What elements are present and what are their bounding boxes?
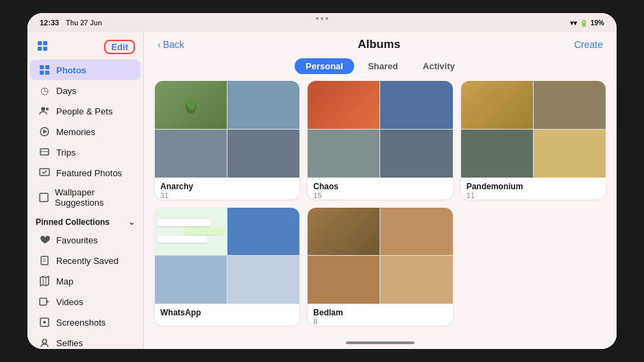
thumb-cell [155,208,227,256]
sidebar-item-videos[interactable]: Videos [30,291,140,312]
svg-point-9 [46,108,49,110]
svg-rect-1 [43,41,47,45]
albums-grid: Anarchy 31 Chaos 15 [144,81,617,337]
sidebar: Edit Photos ◷ Days [27,32,144,349]
back-label: Back [163,39,184,50]
anarchy-name: Anarchy [160,182,294,191]
pinned-collections-header: Pinned Collections ⌄ [27,212,143,230]
status-bar: 12:33 Thu 27 Jun ▾▾ 🔋 19% [27,13,617,32]
sidebar-top-bar: Edit [27,36,143,60]
thumb-cell [380,130,452,178]
sidebar-item-screenshots[interactable]: Screenshots [30,312,140,333]
album-card-whatsapp[interactable]: WhatsApp [155,208,299,326]
whatsapp-info: WhatsApp [155,304,299,322]
sidebar-item-people-pets[interactable]: People & Pets [30,101,140,121]
svg-rect-0 [38,41,42,45]
battery-percent: 19% [591,19,604,27]
trips-icon [38,146,51,158]
thumb-cell [461,130,533,178]
videos-label: Videos [56,297,84,307]
albums-title: Albums [358,38,400,51]
tabs-bar: Personal Shared Activity [144,56,617,81]
thumb-cell [227,256,299,304]
svg-point-8 [41,107,45,111]
svg-rect-7 [45,71,49,75]
thumb-cell [308,130,380,178]
tab-shared[interactable]: Shared [357,58,409,74]
sidebar-item-featured[interactable]: Featured Photos [30,162,140,183]
wifi-icon: ▾▾ [570,19,577,27]
screenshots-label: Screenshots [56,317,106,328]
favourites-icon [38,234,51,246]
sidebar-item-map[interactable]: Map [30,271,140,291]
thumb-cell [461,81,533,129]
days-icon: ◷ [38,84,51,97]
svg-marker-11 [43,130,47,134]
thumb-cell [227,130,299,178]
sidebar-item-trips[interactable]: Trips [30,142,140,162]
thumb-cell [534,81,606,129]
map-label: Map [56,276,73,287]
featured-icon [38,167,51,179]
pandemonium-thumb [461,81,606,178]
thumb-cell [155,81,227,129]
grid-icon[interactable] [36,39,51,54]
album-card-chaos[interactable]: Chaos 15 [308,81,452,200]
back-chevron: ‹ [158,39,161,50]
pandemonium-info: Pandemonium 11 [461,178,606,200]
album-card-anarchy[interactable]: Anarchy 31 [155,81,299,200]
back-button[interactable]: ‹ Back [158,39,184,50]
bedlam-thumb [308,208,452,304]
create-button[interactable]: Create [574,39,603,50]
tab-personal[interactable]: Personal [295,58,354,74]
svg-rect-6 [40,71,44,75]
days-label: Days [56,86,77,96]
pinned-chevron[interactable]: ⌄ [128,217,135,227]
wallpaper-label: Wallpaper Suggestions [55,187,132,208]
tablet-frame: 12:33 Thu 27 Jun ▾▾ 🔋 19% Edit [27,13,617,349]
sidebar-item-wallpaper[interactable]: Wallpaper Suggestions [30,183,140,212]
chaos-info: Chaos 15 [308,178,452,200]
svg-rect-5 [45,65,49,69]
pandemonium-count: 11 [467,191,600,200]
recently-saved-label: Recently Saved [56,256,119,266]
whatsapp-name: WhatsApp [160,308,294,317]
svg-rect-3 [43,47,47,51]
svg-rect-14 [40,193,48,202]
album-card-bedlam[interactable]: Bedlam 8 [308,208,452,326]
thumb-cell [308,208,380,256]
memories-icon [38,125,51,138]
sidebar-item-memories[interactable]: Memories [30,121,140,142]
album-card-pandemonium[interactable]: Pandemonium 11 [461,81,606,200]
screenshots-icon [38,316,51,328]
chaos-count: 15 [313,191,447,200]
memories-label: Memories [56,127,95,137]
sidebar-item-favourites[interactable]: Favourites [30,230,140,250]
status-date: Thu 27 Jun [66,19,102,27]
home-bar [144,337,617,349]
top-dots [316,17,328,20]
whatsapp-thumb [155,208,299,304]
albums-header: ‹ Back Albums Create [144,32,617,56]
thumb-cell [227,81,299,129]
photos-icon [38,64,51,76]
bedlam-name: Bedlam [313,308,447,317]
sidebar-item-recently-saved[interactable]: Recently Saved [30,250,140,271]
thumb-cell [534,130,606,178]
sidebar-item-selfies[interactable]: Selfies [30,333,140,349]
photos-label: Photos [56,65,86,75]
right-panel: ‹ Back Albums Create Personal Shared Act… [144,32,617,349]
people-label: People & Pets [56,106,112,117]
anarchy-info: Anarchy 31 [155,178,299,200]
edit-button[interactable]: Edit [104,40,135,54]
tab-activity[interactable]: Activity [412,58,466,74]
svg-rect-4 [40,65,44,69]
featured-label: Featured Photos [56,168,122,178]
pinned-collections-label: Pinned Collections [36,217,110,227]
sidebar-item-days[interactable]: ◷ Days [30,80,140,101]
chaos-name: Chaos [313,182,447,191]
wallpaper-icon [38,191,49,204]
svg-marker-16 [40,276,49,286]
people-icon [38,105,51,117]
sidebar-item-photos[interactable]: Photos [30,60,140,80]
